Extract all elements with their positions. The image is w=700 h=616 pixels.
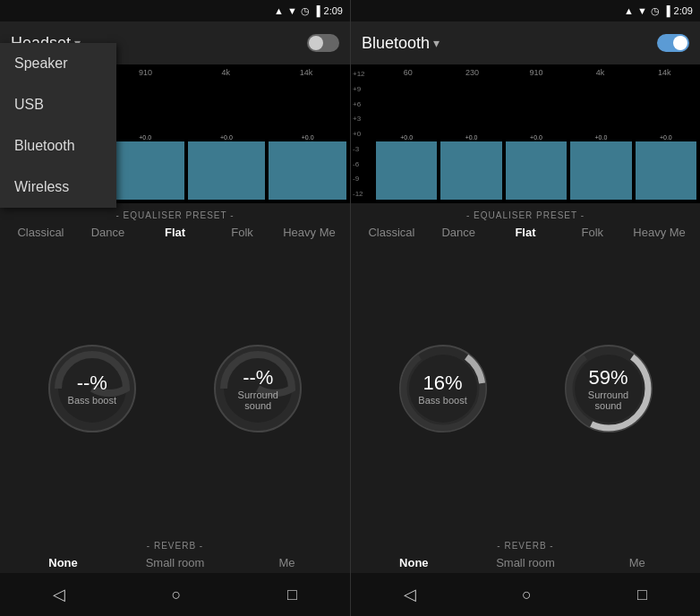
dropdown-item-bluetooth[interactable]: Bluetooth (0, 125, 116, 167)
right-freq-910: 910 (504, 68, 568, 77)
right-bass-boost-container[interactable]: 16% Bass boost (394, 339, 492, 438)
right-reverb-list: None Small room Me (351, 556, 700, 569)
freq-label-14k: 14k (266, 68, 346, 77)
right-surround-container[interactable]: 59% Surround sound (559, 339, 658, 438)
left-surround-container[interactable]: --% Surround sound (209, 339, 307, 438)
left-dropdown-menu: Speaker USB Bluetooth Wireless (0, 43, 116, 208)
back-button[interactable]: ◁ (53, 585, 65, 604)
left-bass-boost-container[interactable]: --% Bass boost (43, 339, 141, 438)
right-nav-bar: ◁ ○ □ (351, 573, 700, 616)
right-reverb-none[interactable]: None (358, 556, 470, 569)
right-preset-folk[interactable]: Folk (559, 226, 626, 239)
eq-bar-val-3: +0.0 (220, 134, 233, 141)
right-header-title: Bluetooth (362, 34, 430, 53)
left-preset-list: Classical Dance Flat Folk Heavy Me (0, 226, 350, 239)
right-bass-boost-knob[interactable]: 16% Bass boost (394, 339, 492, 438)
left-controls: --% Bass boost --% Surround sound (0, 243, 350, 534)
right-surround-inner: 59% Surround sound (588, 366, 628, 411)
left-status-bar: ▲ ▼ ◷ ▐ 2:09 (0, 0, 350, 21)
right-toggle[interactable] (657, 34, 689, 52)
eq-bar-2 (107, 141, 184, 200)
right-surround-knob[interactable]: 59% Surround sound (559, 339, 658, 438)
right-eq-col-1[interactable]: +0.0 (376, 79, 437, 200)
right-controls: 16% Bass boost 59% Surround sound (351, 243, 700, 534)
right-freq-14k: 14k (632, 68, 696, 77)
left-reverb-section: - REVERB - None Small room Me (0, 534, 350, 573)
right-reverb-small-room[interactable]: Small room (470, 556, 582, 569)
preset-flat[interactable]: Flat (141, 226, 209, 239)
right-device-selector[interactable]: Bluetooth ▾ (362, 34, 440, 53)
alarm-icon: ◷ (301, 5, 310, 17)
left-reverb-title: - REVERB - (0, 541, 350, 551)
right-home-button[interactable]: ○ (522, 586, 532, 604)
left-bass-boost-inner: --% Bass boost (68, 372, 116, 406)
left-status-icons: ▲ ▼ ◷ ▐ 2:09 (274, 5, 343, 17)
right-header: Bluetooth ▾ (351, 21, 700, 64)
left-reverb-list: None Small room Me (0, 556, 350, 569)
dropdown-item-usb[interactable]: USB (0, 84, 116, 125)
right-eq-col-5[interactable]: +0.0 (636, 79, 696, 200)
eq-bar-3 (188, 141, 266, 200)
battery-icon: ▐ (313, 5, 320, 16)
right-eq-col-4[interactable]: +0.0 (570, 79, 631, 200)
right-back-button[interactable]: ◁ (404, 585, 416, 604)
right-bass-boost-label: Bass boost (418, 395, 466, 406)
signal-icon: ▼ (287, 5, 297, 16)
right-wifi-icon: ▲ (624, 5, 634, 16)
eq-bar-col-4[interactable]: +0.0 (269, 79, 346, 200)
freq-label-910: 910 (106, 68, 186, 77)
home-button[interactable]: ○ (172, 586, 182, 604)
right-preset-section: - EQUALISER PRESET - Classical Dance Fla… (351, 203, 700, 243)
left-bass-boost-label: Bass boost (68, 395, 116, 406)
right-alarm-icon: ◷ (651, 5, 660, 17)
right-panel: ▲ ▼ ◷ ▐ 2:09 Bluetooth ▾ +12 +9 +6 +3 +0… (350, 0, 700, 616)
preset-folk[interactable]: Folk (209, 226, 276, 239)
left-surround-knob[interactable]: --% Surround sound (209, 339, 307, 438)
right-eq-col-2[interactable]: +0.0 (440, 79, 501, 200)
right-preset-list: Classical Dance Flat Folk Heavy Me (351, 226, 700, 239)
dropdown-item-wireless[interactable]: Wireless (0, 167, 116, 208)
right-reverb-title: - REVERB - (351, 541, 700, 551)
right-eq-chart: +12 +9 +6 +3 +0 -3 -6 -9 -12 60 230 910 … (351, 64, 700, 203)
right-preset-flat[interactable]: Flat (492, 226, 559, 239)
left-bass-boost-knob[interactable]: --% Bass boost (43, 339, 141, 438)
eq-bar-col-3[interactable]: +0.0 (188, 79, 266, 200)
right-eq-col-3[interactable]: +0.0 (506, 79, 567, 200)
right-bass-boost-value: 16% (423, 372, 462, 395)
reverb-medium[interactable]: Me (231, 556, 343, 569)
right-recents-button[interactable]: □ (637, 586, 647, 604)
left-surround-value: --% (243, 366, 273, 389)
right-freq-60: 60 (376, 68, 440, 77)
right-preset-dance[interactable]: Dance (425, 226, 492, 239)
reverb-small-room[interactable]: Small room (119, 556, 231, 569)
right-reverb-section: - REVERB - None Small room Me (351, 534, 700, 573)
right-preset-heavy[interactable]: Heavy Me (626, 226, 693, 239)
preset-dance[interactable]: Dance (74, 226, 141, 239)
right-signal-icon: ▼ (637, 5, 647, 16)
right-reverb-medium[interactable]: Me (581, 556, 693, 569)
right-surround-value: 59% (588, 366, 627, 389)
left-preset-section: - EQUALISER PRESET - Classical Dance Fla… (0, 203, 350, 243)
eq-bar-val-4: +0.0 (302, 134, 314, 141)
left-preset-title: - EQUALISER PRESET - (0, 210, 350, 220)
left-surround-inner: --% Surround sound (238, 366, 278, 411)
right-time-display: 2:09 (674, 5, 693, 16)
right-freq-230: 230 (440, 68, 505, 77)
reverb-none[interactable]: None (7, 556, 119, 569)
eq-bar-col-2[interactable]: +0.0 (107, 79, 184, 200)
preset-classical[interactable]: Classical (7, 226, 74, 239)
freq-label-4k: 4k (186, 68, 267, 77)
preset-heavy[interactable]: Heavy Me (276, 226, 343, 239)
left-toggle[interactable] (307, 34, 339, 52)
right-preset-classical[interactable]: Classical (358, 226, 425, 239)
right-freq-4k: 4k (568, 68, 633, 77)
right-chevron-down-icon[interactable]: ▾ (433, 36, 440, 50)
eq-bar-4 (269, 141, 346, 200)
dropdown-item-speaker[interactable]: Speaker (0, 43, 116, 84)
wifi-icon: ▲ (274, 5, 284, 16)
right-toggle-knob (673, 36, 687, 50)
right-surround-label: Surround sound (588, 389, 628, 411)
recents-button[interactable]: □ (287, 586, 297, 604)
right-status-icons: ▲ ▼ ◷ ▐ 2:09 (624, 5, 693, 17)
left-bass-boost-value: --% (77, 372, 107, 395)
